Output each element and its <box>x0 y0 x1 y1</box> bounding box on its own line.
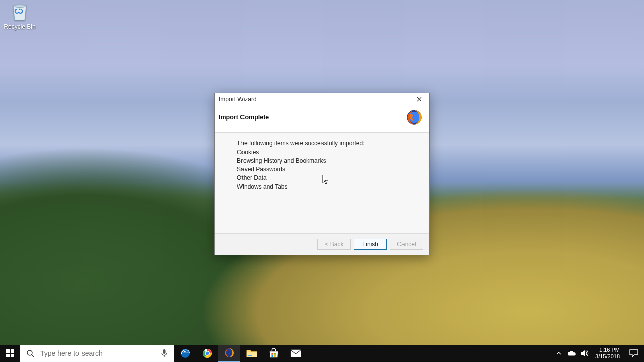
cloud-icon <box>567 350 576 356</box>
cancel-button: Cancel <box>390 239 423 250</box>
microphone-icon[interactable] <box>154 349 174 358</box>
back-button: < Back <box>317 239 351 250</box>
taskbar-clock[interactable]: 1:16 PM 3/15/2018 <box>591 347 624 360</box>
import-wizard-dialog: Import Wizard Import Complete The follow… <box>214 93 430 255</box>
dialog-title: Import Wizard <box>219 96 257 103</box>
action-center[interactable] <box>624 349 644 357</box>
recycle-bin-desktop-icon[interactable]: Recycle Bin <box>3 4 36 30</box>
dialog-button-row: < Back Finish Cancel <box>215 233 429 255</box>
taskbar: 1:16 PM 3/15/2018 <box>0 345 644 362</box>
recycle-bin-label: Recycle Bin <box>3 23 36 30</box>
speaker-icon <box>581 350 589 357</box>
close-button[interactable] <box>409 93 429 105</box>
store-icon <box>268 348 279 359</box>
taskbar-mail[interactable] <box>285 345 307 362</box>
mail-icon <box>290 349 301 358</box>
import-item: Saved Passwords <box>237 166 417 173</box>
notification-icon <box>629 349 638 357</box>
clock-time: 1:16 PM <box>595 347 620 353</box>
dialog-titlebar[interactable]: Import Wizard <box>215 93 429 105</box>
svg-rect-20 <box>274 353 276 355</box>
finish-button[interactable]: Finish <box>354 239 387 250</box>
system-tray: 1:16 PM 3/15/2018 <box>553 345 644 362</box>
taskbar-chrome[interactable] <box>196 345 218 362</box>
firefox-taskbar-icon <box>224 347 235 358</box>
taskbar-firefox[interactable] <box>218 345 240 362</box>
svg-rect-6 <box>6 354 10 357</box>
dialog-header: Import Complete <box>215 105 429 133</box>
svg-rect-5 <box>11 349 14 353</box>
svg-point-8 <box>27 350 32 355</box>
tray-overflow[interactable] <box>553 351 565 356</box>
chevron-up-icon <box>556 351 561 356</box>
edge-icon <box>180 348 191 359</box>
taskbar-search[interactable] <box>20 345 174 362</box>
taskbar-edge[interactable] <box>174 345 196 362</box>
svg-rect-23 <box>291 350 301 357</box>
search-input[interactable] <box>40 349 154 357</box>
svg-rect-17 <box>247 352 257 357</box>
svg-line-9 <box>32 355 34 357</box>
taskbar-store[interactable] <box>263 345 285 362</box>
svg-rect-4 <box>6 349 10 353</box>
import-item: Browsing History and Bookmarks <box>237 157 417 164</box>
mouse-cursor-icon <box>322 175 329 185</box>
import-item: Cookies <box>237 149 417 156</box>
taskbar-file-explorer[interactable] <box>240 345 263 362</box>
close-icon <box>417 97 422 102</box>
import-message: The following items were successfully im… <box>237 140 417 147</box>
svg-rect-10 <box>163 349 166 354</box>
clock-date: 3/15/2018 <box>595 353 620 360</box>
tray-onedrive[interactable] <box>565 350 578 356</box>
dialog-heading: Import Complete <box>219 114 269 121</box>
tray-volume[interactable] <box>578 350 591 357</box>
search-icon <box>20 349 40 357</box>
folder-icon <box>246 348 257 358</box>
svg-rect-21 <box>271 355 273 357</box>
recycle-bin-icon <box>10 4 30 21</box>
windows-icon <box>6 349 14 357</box>
firefox-icon <box>405 108 423 126</box>
svg-rect-18 <box>248 355 252 356</box>
start-button[interactable] <box>0 345 20 362</box>
svg-rect-7 <box>11 354 14 357</box>
svg-point-0 <box>13 5 26 8</box>
svg-rect-19 <box>271 353 273 355</box>
chrome-icon <box>202 348 213 359</box>
svg-rect-22 <box>274 355 276 357</box>
desktop[interactable]: Recycle Bin Import Wizard Import Complet… <box>0 0 644 362</box>
